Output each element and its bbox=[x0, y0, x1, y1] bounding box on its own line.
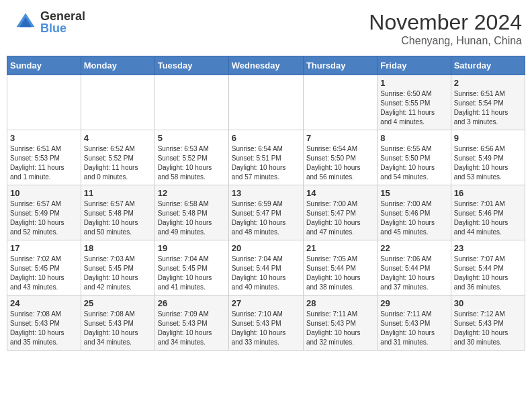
logo-blue: Blue bbox=[40, 22, 85, 34]
day-info: Sunrise: 7:00 AM Sunset: 5:46 PM Dayligh… bbox=[380, 199, 447, 237]
day-number: 13 bbox=[232, 188, 300, 198]
day-number: 9 bbox=[454, 133, 522, 143]
day-info: Sunrise: 7:04 AM Sunset: 5:45 PM Dayligh… bbox=[158, 255, 226, 292]
calendar-day-cell: 10Sunrise: 6:57 AM Sunset: 5:49 PM Dayli… bbox=[7, 185, 81, 240]
calendar-day-cell: 9Sunrise: 6:56 AM Sunset: 5:49 PM Daylig… bbox=[451, 130, 525, 185]
calendar-week-row: 3Sunrise: 6:51 AM Sunset: 5:53 PM Daylig… bbox=[7, 130, 525, 185]
weekday-header: Monday bbox=[81, 56, 154, 75]
weekday-header: Saturday bbox=[451, 56, 525, 75]
day-number: 22 bbox=[380, 243, 447, 253]
day-info: Sunrise: 6:51 AM Sunset: 5:54 PM Dayligh… bbox=[454, 89, 522, 127]
calendar-day-cell: 12Sunrise: 6:58 AM Sunset: 5:48 PM Dayli… bbox=[154, 185, 228, 240]
day-info: Sunrise: 7:10 AM Sunset: 5:43 PM Dayligh… bbox=[232, 310, 300, 347]
day-number: 4 bbox=[84, 133, 152, 143]
calendar-week-row: 10Sunrise: 6:57 AM Sunset: 5:49 PM Dayli… bbox=[7, 185, 525, 240]
calendar-day-cell bbox=[81, 75, 154, 130]
calendar-day-cell: 8Sunrise: 6:55 AM Sunset: 5:50 PM Daylig… bbox=[378, 130, 451, 185]
day-info: Sunrise: 7:09 AM Sunset: 5:43 PM Dayligh… bbox=[158, 310, 226, 347]
day-info: Sunrise: 7:05 AM Sunset: 5:44 PM Dayligh… bbox=[306, 255, 374, 292]
calendar-day-cell: 2Sunrise: 6:51 AM Sunset: 5:54 PM Daylig… bbox=[451, 75, 525, 130]
calendar-day-cell bbox=[7, 75, 81, 130]
calendar-day-cell: 1Sunrise: 6:50 AM Sunset: 5:55 PM Daylig… bbox=[378, 75, 451, 130]
weekday-header: Sunday bbox=[7, 56, 81, 75]
calendar-day-cell: 17Sunrise: 7:02 AM Sunset: 5:45 PM Dayli… bbox=[7, 240, 81, 295]
day-info: Sunrise: 7:01 AM Sunset: 5:46 PM Dayligh… bbox=[454, 199, 522, 237]
calendar-day-cell: 16Sunrise: 7:01 AM Sunset: 5:46 PM Dayli… bbox=[451, 185, 525, 240]
calendar-day-cell: 7Sunrise: 6:54 AM Sunset: 5:50 PM Daylig… bbox=[303, 130, 377, 185]
day-number: 5 bbox=[158, 133, 226, 143]
page-header: General Blue November 2024 Chenyang, Hun… bbox=[7, 7, 525, 50]
day-number: 29 bbox=[380, 298, 447, 308]
calendar-day-cell: 26Sunrise: 7:09 AM Sunset: 5:43 PM Dayli… bbox=[154, 295, 228, 351]
day-info: Sunrise: 6:55 AM Sunset: 5:50 PM Dayligh… bbox=[380, 144, 447, 182]
day-number: 23 bbox=[454, 243, 522, 253]
day-number: 3 bbox=[10, 133, 78, 143]
calendar-day-cell: 29Sunrise: 7:11 AM Sunset: 5:43 PM Dayli… bbox=[378, 295, 451, 351]
calendar-day-cell bbox=[228, 75, 303, 130]
day-info: Sunrise: 7:11 AM Sunset: 5:43 PM Dayligh… bbox=[380, 310, 447, 347]
calendar-day-cell: 27Sunrise: 7:10 AM Sunset: 5:43 PM Dayli… bbox=[228, 295, 303, 351]
day-info: Sunrise: 7:04 AM Sunset: 5:44 PM Dayligh… bbox=[232, 255, 300, 292]
day-info: Sunrise: 6:59 AM Sunset: 5:47 PM Dayligh… bbox=[232, 199, 300, 237]
day-number: 25 bbox=[84, 298, 152, 308]
day-info: Sunrise: 7:07 AM Sunset: 5:44 PM Dayligh… bbox=[454, 255, 522, 292]
day-number: 14 bbox=[306, 188, 374, 198]
calendar-day-cell: 20Sunrise: 7:04 AM Sunset: 5:44 PM Dayli… bbox=[228, 240, 303, 295]
day-info: Sunrise: 6:56 AM Sunset: 5:49 PM Dayligh… bbox=[454, 144, 522, 182]
calendar-day-cell: 28Sunrise: 7:11 AM Sunset: 5:43 PM Dayli… bbox=[303, 295, 377, 351]
day-info: Sunrise: 6:50 AM Sunset: 5:55 PM Dayligh… bbox=[380, 89, 447, 127]
weekday-header: Thursday bbox=[303, 56, 377, 75]
day-number: 7 bbox=[306, 133, 374, 143]
calendar-day-cell bbox=[154, 75, 228, 130]
day-number: 16 bbox=[454, 188, 522, 198]
day-info: Sunrise: 6:58 AM Sunset: 5:48 PM Dayligh… bbox=[158, 199, 226, 237]
weekday-header-row: SundayMondayTuesdayWednesdayThursdayFrid… bbox=[7, 56, 525, 75]
day-info: Sunrise: 6:54 AM Sunset: 5:50 PM Dayligh… bbox=[306, 144, 374, 182]
day-info: Sunrise: 6:53 AM Sunset: 5:52 PM Dayligh… bbox=[158, 144, 226, 182]
day-info: Sunrise: 6:57 AM Sunset: 5:49 PM Dayligh… bbox=[10, 199, 78, 237]
day-number: 30 bbox=[454, 298, 522, 308]
calendar-table: SundayMondayTuesdayWednesdayThursdayFrid… bbox=[7, 56, 525, 351]
day-number: 19 bbox=[158, 243, 226, 253]
month-title: November 2024 bbox=[369, 10, 522, 35]
title-block: November 2024 Chenyang, Hunan, China bbox=[369, 10, 522, 47]
day-number: 10 bbox=[10, 188, 78, 198]
day-number: 6 bbox=[232, 133, 300, 143]
day-number: 11 bbox=[84, 188, 152, 198]
day-number: 21 bbox=[306, 243, 374, 253]
calendar-day-cell: 15Sunrise: 7:00 AM Sunset: 5:46 PM Dayli… bbox=[378, 185, 451, 240]
calendar-day-cell bbox=[303, 75, 377, 130]
day-info: Sunrise: 7:08 AM Sunset: 5:43 PM Dayligh… bbox=[84, 310, 152, 347]
logo-icon bbox=[13, 10, 38, 34]
day-info: Sunrise: 7:06 AM Sunset: 5:44 PM Dayligh… bbox=[380, 255, 447, 292]
day-number: 8 bbox=[380, 133, 447, 143]
calendar-day-cell: 18Sunrise: 7:03 AM Sunset: 5:45 PM Dayli… bbox=[81, 240, 154, 295]
day-number: 2 bbox=[454, 78, 522, 88]
day-number: 17 bbox=[10, 243, 78, 253]
weekday-header: Wednesday bbox=[228, 56, 303, 75]
day-number: 1 bbox=[380, 78, 447, 88]
calendar-day-cell: 4Sunrise: 6:52 AM Sunset: 5:52 PM Daylig… bbox=[81, 130, 154, 185]
calendar-week-row: 24Sunrise: 7:08 AM Sunset: 5:43 PM Dayli… bbox=[7, 295, 525, 351]
calendar-day-cell: 23Sunrise: 7:07 AM Sunset: 5:44 PM Dayli… bbox=[451, 240, 525, 295]
location-title: Chenyang, Hunan, China bbox=[369, 35, 522, 47]
day-info: Sunrise: 7:03 AM Sunset: 5:45 PM Dayligh… bbox=[84, 255, 152, 292]
logo-general: General bbox=[40, 10, 85, 22]
calendar-day-cell: 6Sunrise: 6:54 AM Sunset: 5:51 PM Daylig… bbox=[228, 130, 303, 185]
calendar-day-cell: 19Sunrise: 7:04 AM Sunset: 5:45 PM Dayli… bbox=[154, 240, 228, 295]
day-number: 26 bbox=[158, 298, 226, 308]
logo: General Blue bbox=[13, 10, 85, 34]
day-info: Sunrise: 7:11 AM Sunset: 5:43 PM Dayligh… bbox=[306, 310, 374, 347]
calendar-week-row: 1Sunrise: 6:50 AM Sunset: 5:55 PM Daylig… bbox=[7, 75, 525, 130]
calendar-day-cell: 3Sunrise: 6:51 AM Sunset: 5:53 PM Daylig… bbox=[7, 130, 81, 185]
day-number: 24 bbox=[10, 298, 78, 308]
day-number: 18 bbox=[84, 243, 152, 253]
calendar-day-cell: 13Sunrise: 6:59 AM Sunset: 5:47 PM Dayli… bbox=[228, 185, 303, 240]
calendar-day-cell: 21Sunrise: 7:05 AM Sunset: 5:44 PM Dayli… bbox=[303, 240, 377, 295]
calendar-day-cell: 22Sunrise: 7:06 AM Sunset: 5:44 PM Dayli… bbox=[378, 240, 451, 295]
day-info: Sunrise: 7:02 AM Sunset: 5:45 PM Dayligh… bbox=[10, 255, 78, 292]
day-info: Sunrise: 6:54 AM Sunset: 5:51 PM Dayligh… bbox=[232, 144, 300, 182]
day-number: 20 bbox=[232, 243, 300, 253]
day-number: 27 bbox=[232, 298, 300, 308]
calendar-day-cell: 5Sunrise: 6:53 AM Sunset: 5:52 PM Daylig… bbox=[154, 130, 228, 185]
